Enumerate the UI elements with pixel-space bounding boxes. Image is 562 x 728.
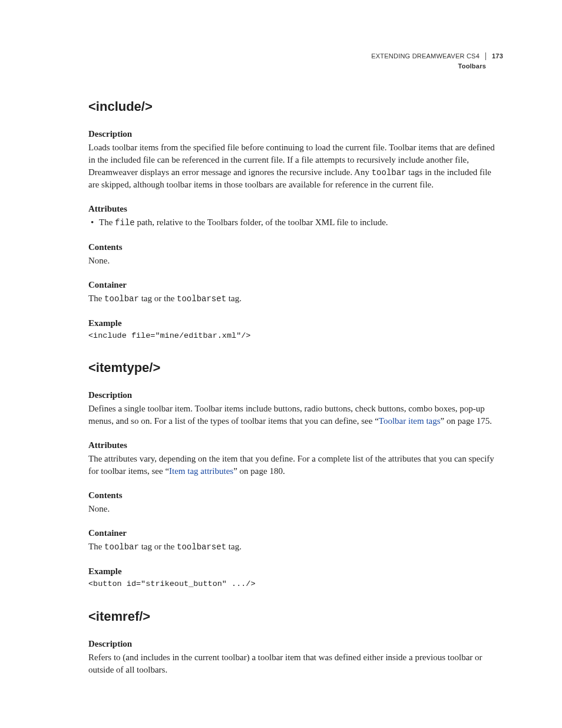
subhead-container: Container [88,527,503,539]
xref-item-tag-attributes[interactable]: Item tag attributes [169,466,233,476]
content-body: <include/> Description Loads toolbar ite… [88,98,503,676]
running-header: EXTENDING DREAMWEAVER CS4 173 Toolbars [371,52,503,71]
attribute-item: The file path, relative to the Toolbars … [88,216,503,229]
subhead-description: Description [88,638,503,650]
contents-text: None. [88,503,503,515]
inline-code-toolbar-tag: toolbar [104,542,139,552]
container-text: The toolbar tag or the toolbarset tag. [88,541,503,554]
heading-include: <include/> [88,98,503,116]
heading-itemtype: <itemtype/> [88,359,503,377]
subhead-contents: Contents [88,489,503,502]
page-number: 173 [492,52,503,61]
attributes-list: The file path, relative to the Toolbars … [88,216,503,229]
inline-code-toolbarset-tag: toolbarset [177,294,226,304]
inline-code-toolbarset-tag: toolbarset [177,542,226,552]
inline-code-toolbar: toolbar [372,168,406,177]
description-text: Loads toolbar items from the specified f… [88,141,503,192]
description-text: Refers to (and includes in the current t… [88,651,503,676]
subhead-contents: Contents [88,241,503,253]
description-text: Defines a single toolbar item. Toolbar i… [88,403,503,427]
header-section: Toolbars [371,62,503,71]
xref-toolbar-item-tags[interactable]: Toolbar item tags [379,416,441,426]
subhead-attributes: Attributes [88,203,503,215]
subhead-attributes: Attributes [88,439,503,452]
heading-itemref: <itemref/> [88,608,503,626]
subhead-example: Example [88,565,503,578]
container-text: The toolbar tag or the toolbarset tag. [88,292,503,305]
subhead-description: Description [88,389,503,401]
example-code: <button id="strikeout_button" .../> [88,579,503,590]
book-title: EXTENDING DREAMWEAVER CS4 [371,52,480,61]
page-container: EXTENDING DREAMWEAVER CS4 173 Toolbars <… [0,0,562,728]
subhead-description: Description [88,128,503,140]
subhead-container: Container [88,279,503,291]
subhead-example: Example [88,317,503,330]
attributes-text: The attributes vary, depending on the it… [88,453,503,477]
inline-code-file: file [115,218,135,228]
contents-text: None. [88,255,503,267]
header-divider [485,52,486,60]
example-code: <include file="mine/editbar.xml"/> [88,331,503,342]
inline-code-toolbar-tag: toolbar [104,294,139,304]
